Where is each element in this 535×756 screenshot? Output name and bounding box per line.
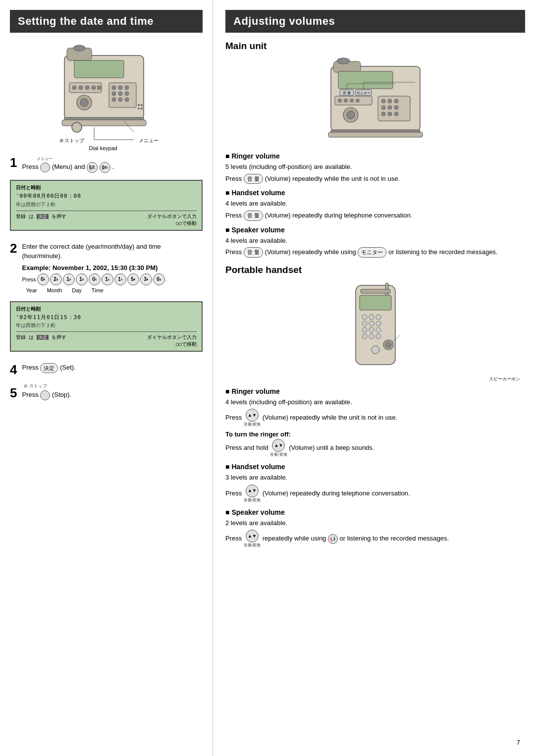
speaker-phone-icon-btn[interactable]: 📢: [328, 534, 338, 544]
to-turn-off-label: To turn the ringer off:: [225, 431, 525, 438]
svg-rect-54: [328, 132, 423, 137]
svg-point-68: [369, 315, 374, 320]
svg-point-16: [79, 86, 83, 90]
svg-point-15: [72, 86, 76, 90]
key-label-row: Year Month Day Time: [22, 287, 203, 293]
key-01: 0₁: [89, 273, 101, 285]
svg-point-24: [141, 104, 143, 106]
step-1: 1 メニュー Press (Menu) and 5文 0わ . 日付と時刻 '0…: [10, 156, 203, 235]
key-53: 5₃: [127, 273, 139, 285]
svg-text:音 量: 音 量: [343, 91, 351, 95]
svg-point-38: [388, 99, 392, 103]
step-2-text: Enter the correct date (year/month/day) …: [22, 242, 203, 261]
svg-point-70: [362, 321, 367, 326]
left-section-title: Setting the date and time: [10, 10, 203, 33]
ringer-volume-btn[interactable]: 音 量: [244, 174, 263, 184]
key-11: 1₁: [102, 273, 113, 285]
portable-handset-line1: 3 levels are available.: [225, 473, 525, 483]
portable-illustration: スピーカーホン: [225, 280, 525, 382]
handset-volume-heading: Handset volume: [225, 189, 525, 197]
label-day: Day: [72, 287, 82, 293]
svg-point-77: [369, 334, 374, 339]
svg-point-30: [72, 122, 82, 132]
svg-point-72: [376, 321, 381, 326]
svg-point-71: [369, 321, 374, 326]
svg-rect-65: [361, 289, 390, 293]
lcd2-line1: '02年11月01日15：30: [16, 313, 197, 322]
svg-point-13: [125, 98, 129, 102]
main-unit-title: Main unit: [225, 41, 525, 52]
example-label: Example: November 1, 2002, 15:30 (3:30 P…: [22, 264, 203, 271]
lcd-display-1: 日付と時刻 '00年00月00日00：00 年は西暦の下２桁 登録 は 決定 を…: [10, 180, 203, 231]
lcd2-bottom: 登録 は 決定 を押す ダイヤルボタンで入力 ○○で移動: [16, 334, 197, 348]
label-month: Month: [47, 287, 62, 293]
step-1-text: Press (Menu) and 5文 0わ .: [22, 162, 203, 173]
label-time: Time: [92, 287, 104, 293]
svg-point-75: [376, 327, 381, 332]
label-year: Year: [26, 287, 37, 293]
svg-point-78: [376, 334, 381, 339]
ringer-line2: Press 音 量 (Volume) repeatedly while the …: [225, 174, 525, 184]
menu-button[interactable]: [40, 162, 50, 172]
press-label: Press: [22, 276, 36, 282]
main-unit-svg: 音 量 モニター: [306, 56, 445, 146]
svg-point-39: [394, 99, 398, 103]
svg-point-52: [347, 111, 355, 119]
svg-point-47: [338, 99, 341, 103]
step-4-text: Press 決定 (Set).: [22, 363, 75, 373]
svg-point-67: [362, 315, 367, 320]
svg-point-34: [337, 58, 350, 64]
right-section-title: Adjusting volumes: [225, 10, 525, 33]
step-2-content: Enter the correct date (year/month/day) …: [22, 242, 203, 297]
step-1-number: 1: [10, 156, 17, 169]
dial-keypad-label: Dial keypad: [89, 145, 117, 151]
hold-volume-btn[interactable]: ▲▼ 音量/変換: [270, 439, 287, 458]
fax-svg: [50, 41, 163, 150]
lcd1-line2: 年は西暦の下２桁: [16, 201, 197, 209]
turn-off-text: Press and hold ▲▼ 音量/変換 (Volume) until a…: [225, 439, 525, 458]
lcd1-right: ダイヤルボタンで入力 ○○で移動: [147, 213, 197, 227]
key-33: 3₃: [140, 273, 152, 285]
set-button[interactable]: 決定: [40, 363, 58, 374]
lcd2-title: 日付と時刻: [16, 305, 197, 313]
svg-point-2: [73, 45, 85, 51]
svg-rect-3: [74, 60, 124, 78]
stop-superscript: ⊘ ストップ: [22, 383, 71, 389]
speaker-volume-btn[interactable]: 音 量: [244, 247, 263, 258]
stop-button[interactable]: [40, 390, 50, 400]
svg-point-23: [138, 104, 140, 106]
portable-ringer-vol-btn[interactable]: ▲▼ 音量/変換: [244, 409, 261, 428]
svg-text:モニター: モニター: [357, 91, 371, 95]
fax-machine-illustration: ⊘ ストップ メニュー Dial keypad: [10, 41, 203, 151]
portable-handset-heading: Handset volume: [225, 463, 525, 471]
svg-point-43: [381, 112, 385, 116]
monitor-btn[interactable]: モニター: [358, 247, 386, 258]
lcd1-line3: 登録 は 決定 を押す: [16, 213, 66, 227]
svg-rect-35: [338, 71, 393, 89]
svg-point-44: [388, 112, 392, 116]
step-4-number: 4: [10, 363, 17, 376]
portable-handset-line2: Press ▲▼ 音量/変換 (Volume) repeatedly durin…: [225, 485, 525, 503]
svg-point-8: [112, 92, 116, 96]
speaker-line2: Press 音 量 (Volume) repeatedly while usin…: [225, 247, 525, 258]
svg-point-41: [388, 106, 392, 109]
svg-point-10: [125, 92, 129, 96]
svg-point-7: [125, 86, 129, 90]
svg-point-21: [80, 99, 88, 107]
step-4: 4 Press 決定 (Set).: [10, 363, 203, 376]
step-5-number: 5: [10, 386, 17, 399]
handset-volume-btn[interactable]: 音 量: [244, 211, 263, 221]
page-number: 7: [517, 739, 520, 746]
key-12b: 1₂: [76, 273, 88, 285]
lcd1-line1: '00年00月00日00：00: [16, 192, 197, 201]
key-15: 1₅: [114, 273, 126, 285]
step-2: 2 Enter the correct date (year/month/day…: [10, 242, 203, 356]
portable-handset-vol-btn[interactable]: ▲▼ 音量/変換: [244, 485, 261, 503]
step-1-content: メニュー Press (Menu) and 5文 0わ .: [22, 156, 203, 176]
key-22: 2₂: [50, 273, 62, 285]
portable-speaker-vol-btn[interactable]: ▲▼ 音量/変換: [244, 530, 261, 548]
step-2-number: 2: [10, 242, 17, 255]
svg-point-45: [394, 112, 398, 116]
ringer-line1: 5 levels (including off-position) are av…: [225, 162, 525, 172]
svg-point-76: [362, 334, 367, 339]
